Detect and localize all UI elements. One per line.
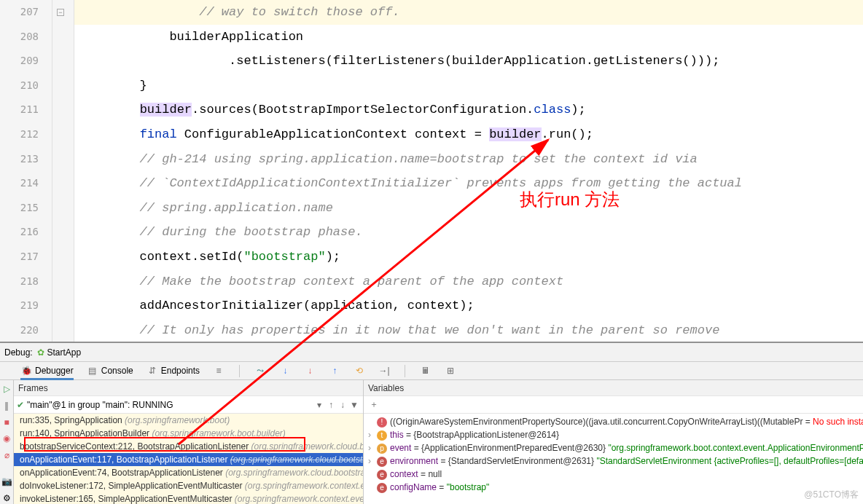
code-text: builderApplication [74,25,863,50]
prev-frame-icon[interactable]: ↑ [325,400,337,410]
next-frame-icon[interactable]: ↓ [337,400,348,410]
code-text: .setListeners(filterListeners(builderApp… [74,49,863,74]
tab-endpoints[interactable]: ⇵Endpoints [147,365,200,377]
step-out-icon[interactable]: ↑ [329,365,340,377]
trace-icon[interactable]: ⊞ [445,365,456,377]
camera-icon[interactable]: 📷 [0,476,13,488]
var-icon: e [377,483,387,493]
code-comment: // way to switch those off. [80,5,400,19]
debug-tabs: 🐞Debugger ▤Console ⇵Endpoints ≡ ⤳ ↓ ↓ ↑ … [0,362,863,380]
variable-row[interactable]: econfigName = "bootstrap" [368,481,863,494]
force-step-into-icon[interactable]: ↓ [304,365,316,377]
variable-row[interactable]: ›tthis = {BootstrapApplicationListener@2… [368,428,863,441]
stack-frame[interactable]: invokeListener:165, SimpleApplicationEve… [14,492,363,504]
variable-row[interactable]: ›eenvironment = {StandardServletEnvironm… [368,454,863,468]
stop-icon[interactable]: ■ [0,416,13,428]
add-watch-icon[interactable]: ＋ [368,398,380,411]
highlight-box [24,437,305,452]
line-number-gutter: 2072082092102112122132142152162172182192… [0,0,52,342]
tab-console[interactable]: ▤Console [87,365,133,377]
stack-frame[interactable]: doInvokeListener:172, SimpleApplicationE… [14,479,363,492]
bug-icon: 🐞 [20,365,32,377]
settings-icon[interactable]: ⚙ [0,492,13,504]
variable-row[interactable]: ›pevent = {ApplicationEnvironmentPrepare… [368,441,863,454]
frames-header: Frames [14,380,363,396]
pause-icon[interactable]: ‖ [0,400,13,412]
debug-side-toolbar: ▷ ‖ ■ ◉ ⌀ 📷 ⚙ [0,380,14,504]
frame-list[interactable]: run:335, SpringApplication (org.springfr… [14,414,363,504]
step-over-icon[interactable]: ⤳ [254,365,266,377]
run-config-name[interactable]: StartApp [47,347,81,358]
this-icon: t [377,430,387,441]
evaluate-icon[interactable]: 🖩 [420,365,432,377]
debug-panel-header: Debug: ✿ StartApp [0,343,863,362]
console-icon: ▤ [87,365,98,377]
var-icon: e [377,470,387,480]
variables-list[interactable]: !((OriginAwareSystemEnvironmentPropertyS… [364,414,863,504]
stack-frame[interactable]: onApplicationEvent:74, BootstrapApplicat… [14,466,363,479]
variable-row[interactable]: econtext = null [368,468,863,481]
thread-selector[interactable]: ✔ "main"@1 in group "main": RUNNING ▾ ↑ … [14,396,363,414]
endpoints-icon: ⇵ [147,365,158,377]
error-icon: ! [377,417,387,428]
stack-frame-selected[interactable]: onApplicationEvent:117, BootstrapApplica… [14,453,363,466]
view-breakpoints-icon[interactable]: ◉ [0,433,13,445]
drop-frame-icon[interactable]: ⟲ [354,365,365,377]
code-editor[interactable]: // way to switch those off. builderAppli… [74,0,863,342]
code-text: } [74,74,863,98]
check-icon: ✔ [17,400,24,410]
run-config-icon: ✿ [37,347,44,358]
param-icon: p [377,444,387,454]
variable-row[interactable]: !((OriginAwareSystemEnvironmentPropertyS… [368,415,863,428]
variables-toolbar: ＋ [364,396,863,414]
resume-icon[interactable]: ▷ [0,383,13,395]
run-to-cursor-icon[interactable]: →| [378,365,390,377]
stack-frame[interactable]: run:335, SpringApplication (org.springfr… [14,414,363,427]
debug-label: Debug: [4,347,33,358]
tab-debugger[interactable]: 🐞Debugger [20,362,74,380]
mute-breakpoints-icon[interactable]: ⌀ [0,449,13,462]
annotation-text: 执行run 方法 [520,188,620,211]
fold-column: − [52,0,74,342]
filter-icon[interactable]: ▼ [348,400,360,410]
watermark: @51CTO博客 [804,489,859,501]
fold-collapse-icon[interactable]: − [57,9,64,16]
variables-header: Variables [364,380,863,396]
threads-icon[interactable]: ≡ [213,365,224,377]
dropdown-icon[interactable]: ▾ [313,400,325,410]
step-into-icon[interactable]: ↓ [279,365,291,377]
var-icon: e [377,457,387,467]
